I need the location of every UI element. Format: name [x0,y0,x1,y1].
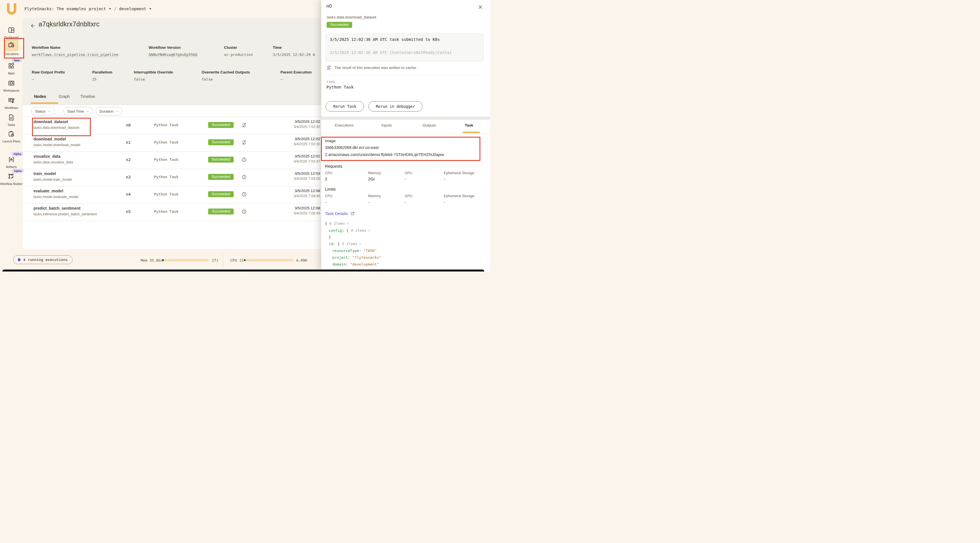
cache-icon[interactable] [241,122,247,128]
start-time-local: 3/4/2025 7:02:30 [274,125,320,129]
rerun-task-button[interactable]: Rerun Task [326,101,364,111]
sidebar-item-workflow-builder[interactable]: Alpha Workflow Builder [0,173,23,186]
status-badge: Succeeded [208,174,234,180]
json-line: resourceType:"TASK" [332,248,377,253]
chevron-down-icon[interactable] [368,229,371,232]
field-time: Time 3/5/2025 12:02:29 A [273,45,315,57]
sidebar-item-workspaces[interactable]: Workspaces [0,80,23,93]
chevron-down-icon[interactable] [346,222,349,225]
field-value: – [280,77,312,81]
task-details-link[interactable]: Task Details [325,211,355,216]
type-value: Python Task [326,85,353,89]
json-key: project [332,255,348,260]
column-header: Memory [368,171,381,175]
table-row-n1[interactable]: download_model tasks.model.download_mode… [23,134,321,152]
filter-label: Start Time [67,109,84,113]
json-meta: 5 Items [342,242,358,246]
node-id: n5 [126,209,131,214]
artifacts-icon [8,156,15,163]
node-times: 3/5/2025 12:02 3/4/2025 7:02:30 [274,119,320,129]
sidebar-item-launch-plans[interactable]: Launch Plans [0,130,23,143]
log-preview[interactable]: 3/5/2025 12:02:30 AM UTC task submitted … [326,33,484,62]
tab-outputs[interactable]: Outputs [423,123,436,127]
sidebar-item-tasks[interactable]: Tasks [0,114,23,127]
json-line: } [329,235,331,239]
field-label: Parent Execution [280,70,312,74]
tab-executions[interactable]: Executions [335,123,353,127]
filter-status[interactable]: Status [31,107,55,115]
sidebar-item-label: Launch Plans [0,140,23,143]
tab-timeline[interactable]: Timeline [80,94,95,99]
node-times: 3/5/2025 12:03 3/4/2025 7:03:05 [274,171,320,181]
tab-nodes[interactable]: Nodes [34,94,46,99]
json-punct: : { [333,242,340,246]
tab-graph[interactable]: Graph [59,94,70,99]
sidebar-item-apps[interactable]: New Apps [0,62,23,75]
limits-heading: Limits [325,187,336,191]
table-row-n4[interactable]: evaluate_model tasks.model.evaluate_mode… [23,186,321,204]
json-key: domain [332,262,346,266]
info-icon[interactable] [241,209,247,215]
close-icon[interactable] [477,4,483,10]
start-time-local: 3/4/2025 7:02:47 [274,159,320,163]
chevron-down-icon[interactable] [108,8,111,10]
node-id: n4 [126,192,131,197]
domain-selector[interactable]: development [119,6,146,11]
column-header: CPU [325,194,332,198]
cache-icon[interactable] [241,140,247,145]
node-task: tasks.model.evaluate_model [33,195,78,199]
sidebar-item-artifacts[interactable]: Alpha Artifacts [0,156,23,169]
json-key: resourceType [332,248,359,253]
sidebar-item-label: Apps [0,72,23,75]
start-time: 3/5/2025 12:08 [274,189,320,193]
field-parallelism: Parallelism 25 [92,70,112,81]
active-tab-indicator [30,102,58,104]
running-executions-pill[interactable]: 4 running executions [13,255,73,264]
sidebar-item-dashboard[interactable]: Dashboard [0,26,23,40]
node-task: tasks.data.visualize_data [33,160,73,164]
node-detail-title: n0 [326,3,332,9]
rerun-in-debugger-button[interactable]: Rerun in debugger [368,101,423,111]
node-type: Python Task [154,175,178,179]
json-punct: { [325,221,327,226]
sidebar-item-executions[interactable]: Executions [0,39,23,56]
button-label: Rerun Task [333,104,356,109]
cpu-usage-label: CPU 11 [230,258,243,263]
info-icon[interactable] [241,174,247,180]
node-type: Python Task [154,123,178,127]
node-detail-subtitle: tasks.data.download_dataset [327,15,376,19]
tab-inputs[interactable]: Inputs [382,123,392,127]
workflow-name-link[interactable]: workflows.train_pipeline.train_pipeline [32,53,118,57]
info-icon[interactable] [241,191,247,197]
chevron-down-icon[interactable] [359,242,362,246]
info-icon[interactable] [241,157,247,162]
project-selector[interactable]: FlyteSnacks: The examples project [24,6,106,11]
table-row-n0[interactable]: download_dataset tasks.data.download_dat… [23,117,321,134]
node-id: n3 [126,175,131,179]
node-id: n0 [126,123,131,127]
active-tab-indicator [463,132,480,133]
json-line: id: {5 Items [329,242,362,246]
filter-start-time[interactable]: Start Time [63,107,93,115]
json-punct: : { [342,228,348,232]
start-time: 3/5/2025 12:02 [274,154,320,158]
node-name: train_model [33,171,56,176]
chevron-down-icon[interactable] [149,8,152,10]
limit-gpu: - [405,200,406,205]
node-task: tasks.model.train_model [33,178,72,182]
node-type: Python Task [154,158,178,162]
memory-usage-bar [164,259,209,261]
request-memory: 2Gi [368,177,375,181]
workflow-version-link[interactable]: GNBwYNdKvaq67q4xEp55bQ [149,53,197,57]
table-row-n2[interactable]: visualize_data tasks.data.visualize_data… [23,151,321,169]
launch-plans-icon [8,130,15,138]
table-row-n5[interactable]: predict_batch_sentiment tasks.inference.… [23,204,321,221]
union-logo[interactable] [7,3,16,15]
nodes-table: Status Start Time Duration download_data… [23,105,321,249]
back-button[interactable] [30,23,36,29]
tab-task[interactable]: Task [465,123,473,127]
link-label: Task Details [325,211,348,216]
sidebar-item-workflows[interactable]: Workflows [0,97,23,110]
table-row-n3[interactable]: train_model tasks.model.train_model n3 P… [23,169,321,186]
filter-duration[interactable]: Duration [95,107,123,115]
